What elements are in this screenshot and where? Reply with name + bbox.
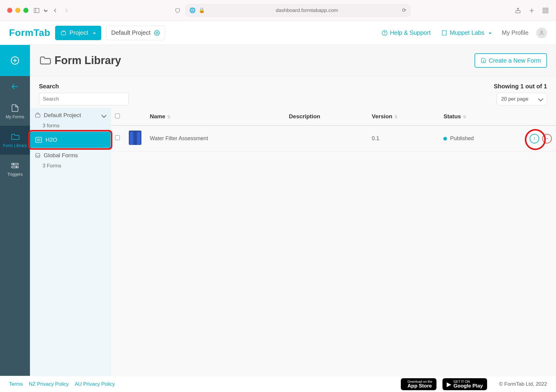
sidebar-toggle-icon[interactable]: [33, 7, 40, 14]
showing-text: Showing 1 out of 1: [494, 83, 547, 90]
page-title: Form Library: [55, 54, 121, 67]
nav-form-library-label: Form Library: [3, 143, 27, 148]
back-icon[interactable]: [52, 7, 58, 14]
my-profile-link[interactable]: My Profile: [502, 29, 528, 36]
play-icon: ▶: [447, 381, 451, 387]
new-tab-icon[interactable]: ＋: [528, 5, 536, 16]
minimize-window-icon[interactable]: [15, 8, 20, 13]
search-label: Search: [39, 83, 129, 90]
close-window-icon[interactable]: [7, 8, 12, 13]
reload-icon[interactable]: ⟳: [402, 7, 406, 13]
copyright: © FormTab Ltd, 2022: [499, 381, 547, 387]
tree-project-count: 3 forms: [30, 123, 111, 132]
help-support-label: Help & Support: [390, 29, 431, 36]
svg-rect-21: [12, 167, 19, 168]
tabs-overview-icon[interactable]: [542, 5, 549, 16]
project-dropdown[interactable]: Project: [55, 26, 101, 40]
nav-back[interactable]: [0, 76, 30, 97]
svg-rect-6: [546, 11, 548, 13]
folder-icon: [10, 132, 19, 141]
col-name[interactable]: Name⇅: [146, 108, 285, 125]
help-icon: [382, 30, 388, 36]
create-button[interactable]: [0, 45, 30, 76]
au-privacy-link[interactable]: AU Privacy Policy: [75, 381, 115, 387]
shield-icon[interactable]: [175, 4, 181, 16]
col-description[interactable]: Description: [285, 108, 368, 125]
tree-item-h2o[interactable]: H2O: [30, 132, 111, 148]
vertical-nav: My Forms Form Library Triggers: [0, 45, 30, 376]
folder-icon: [39, 55, 51, 66]
sort-icon: ⇅: [167, 114, 171, 119]
google-play-badge[interactable]: ▶ GET IT ONGoogle Play: [442, 378, 487, 390]
svg-rect-4: [546, 8, 548, 10]
nav-form-library[interactable]: Form Library: [0, 126, 30, 155]
nav-triggers-label: Triggers: [7, 172, 23, 177]
select-all-checkbox[interactable]: [115, 113, 120, 118]
forms-table: Name⇅ Description Version⇅ Status⇅ Water…: [111, 108, 556, 376]
nav-my-forms[interactable]: My Forms: [0, 97, 30, 126]
caret-down-icon: [91, 29, 96, 36]
col-version[interactable]: Version⇅: [368, 108, 439, 125]
lock-icon: 🔒: [199, 7, 205, 13]
plus-circle-icon: [10, 56, 19, 65]
share-icon[interactable]: [515, 5, 521, 16]
status-dot-icon: [443, 137, 447, 140]
caret-down-icon: [487, 29, 492, 36]
address-bar[interactable]: 🌐 🔒 dashboard.formtabapp.com ⟳: [185, 4, 410, 16]
org-switcher[interactable]: Muppet Labs: [441, 29, 492, 36]
svg-point-10: [384, 34, 385, 34]
tree-global-header[interactable]: Global Forms: [30, 148, 111, 163]
info-button[interactable]: [530, 134, 539, 143]
briefcase-icon: [35, 112, 41, 118]
cell-version: 0.1: [368, 125, 439, 152]
svg-point-22: [13, 164, 14, 165]
chevron-down-icon[interactable]: [44, 9, 47, 12]
svg-rect-20: [12, 164, 19, 165]
svg-point-15: [541, 31, 543, 33]
form-thumbnail: [129, 131, 141, 145]
sort-icon: ⇅: [463, 114, 466, 119]
svg-rect-5: [543, 11, 545, 13]
tree-global-label: Global Forms: [44, 152, 78, 159]
tree-project-header[interactable]: Default Project: [30, 108, 111, 123]
search-input[interactable]: [39, 93, 129, 105]
svg-rect-11: [442, 31, 446, 35]
building-icon: [441, 30, 447, 36]
org-label: Muppet Labs: [450, 29, 484, 36]
gear-icon: [154, 30, 160, 36]
help-support-link[interactable]: Help & Support: [382, 29, 431, 36]
avatar[interactable]: [536, 28, 547, 38]
col-status[interactable]: Status⇅: [439, 108, 520, 125]
svg-rect-26: [36, 114, 40, 117]
svg-point-23: [16, 167, 17, 168]
svg-rect-0: [34, 8, 39, 13]
tree-item-label: H2O: [46, 137, 57, 143]
tree-project-label: Default Project: [44, 112, 99, 119]
footer: Terms NZ Privacy Policy AU Privacy Polic…: [0, 376, 556, 392]
svg-rect-7: [61, 31, 66, 35]
maximize-window-icon[interactable]: [23, 8, 28, 13]
create-form-button[interactable]: Create a New Form: [475, 53, 547, 68]
app-header: FormTab Project Default Project Help & S…: [0, 21, 556, 45]
current-project[interactable]: Default Project: [106, 26, 165, 40]
nz-privacy-link[interactable]: NZ Privacy Policy: [29, 381, 69, 387]
url-text: dashboard.formtabapp.com: [208, 7, 406, 13]
arrow-left-icon: [10, 82, 19, 91]
sort-icon: ⇅: [394, 114, 398, 119]
briefcase-icon: [61, 30, 67, 36]
app-store-badge[interactable]: Download on theApp Store: [401, 378, 436, 390]
svg-point-8: [156, 32, 158, 34]
terms-link[interactable]: Terms: [9, 381, 23, 387]
nav-triggers[interactable]: Triggers: [0, 155, 30, 183]
table-row[interactable]: Water Filter Assessment 0.1 Published: [111, 125, 556, 152]
per-page-select[interactable]: 20 per page: [497, 93, 547, 105]
chevron-down-icon: [539, 96, 543, 102]
user-icon: [539, 30, 545, 36]
cell-description: [285, 125, 368, 152]
forward-icon[interactable]: [63, 7, 70, 14]
info-icon: [532, 136, 537, 141]
row-checkbox[interactable]: [115, 135, 120, 140]
logo[interactable]: FormTab: [9, 27, 50, 38]
category-icon: [35, 136, 43, 144]
file-plus-icon: [481, 57, 486, 63]
